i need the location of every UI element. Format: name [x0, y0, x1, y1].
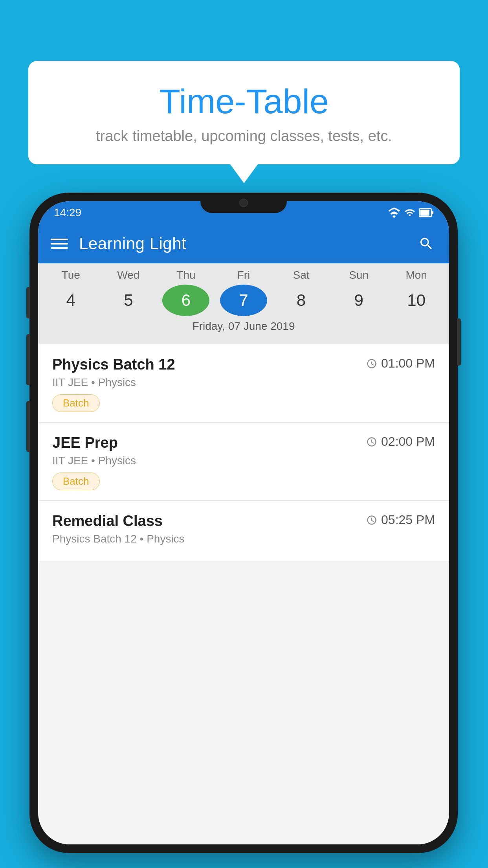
- day-tue: Tue: [47, 269, 94, 281]
- volume-down-button: [26, 334, 30, 385]
- date-5[interactable]: 5: [105, 285, 152, 316]
- power-button: [457, 318, 461, 366]
- clock-icon-1: [366, 358, 377, 369]
- phone-screen: 14:29: [38, 201, 449, 844]
- time-text-2: 02:00 PM: [381, 434, 435, 449]
- silent-button: [26, 401, 30, 452]
- speech-bubble-container: Time-Table track timetable, upcoming cla…: [28, 61, 460, 164]
- wifi-icon: [388, 207, 400, 218]
- schedule-time-3: 05:25 PM: [366, 513, 435, 527]
- day-sun: Sun: [335, 269, 382, 281]
- search-button[interactable]: [416, 234, 437, 254]
- schedule-item-header-2: JEE Prep 02:00 PM: [52, 434, 435, 451]
- schedule-item-jee-prep[interactable]: JEE Prep 02:00 PM IIT JEE • Physics Batc…: [38, 423, 449, 501]
- schedule-item-header-3: Remedial Class 05:25 PM: [52, 513, 435, 530]
- schedule-item-physics-batch[interactable]: Physics Batch 12 01:00 PM IIT JEE • Phys…: [38, 344, 449, 423]
- schedule-item-header-1: Physics Batch 12 01:00 PM: [52, 356, 435, 373]
- day-wed: Wed: [105, 269, 152, 281]
- schedule-item-remedial[interactable]: Remedial Class 05:25 PM Physics Batch 12…: [38, 501, 449, 561]
- date-6-today[interactable]: 6: [162, 285, 209, 316]
- clock-icon-3: [366, 515, 377, 526]
- speech-bubble-subtitle: track timetable, upcoming classes, tests…: [52, 128, 436, 145]
- calendar-strip: Tue Wed Thu Fri Sat Sun Mon 4 5 6 7 8 9 …: [38, 263, 449, 344]
- time-text-1: 01:00 PM: [381, 356, 435, 371]
- day-names-row: Tue Wed Thu Fri Sat Sun Mon: [38, 269, 449, 281]
- day-thu: Thu: [162, 269, 209, 281]
- date-9[interactable]: 9: [335, 285, 382, 316]
- volume-up-button: [26, 287, 30, 318]
- schedule-title-1: Physics Batch 12: [52, 356, 175, 373]
- day-fri: Fri: [220, 269, 267, 281]
- clock-icon-2: [366, 436, 377, 447]
- day-mon: Mon: [393, 269, 440, 281]
- time-text-3: 05:25 PM: [381, 513, 435, 527]
- app-title: Learning Light: [79, 234, 416, 253]
- date-10[interactable]: 10: [393, 285, 440, 316]
- schedule-subtitle-2: IIT JEE • Physics: [52, 454, 435, 467]
- selected-date-label: Friday, 07 June 2019: [38, 320, 449, 337]
- phone-notch: [200, 193, 287, 213]
- status-icons: [388, 207, 433, 218]
- svg-rect-2: [431, 211, 433, 214]
- day-sat: Sat: [278, 269, 325, 281]
- schedule-time-1: 01:00 PM: [366, 356, 435, 371]
- dates-row: 4 5 6 7 8 9 10: [38, 285, 449, 316]
- batch-badge-2: Batch: [52, 473, 100, 490]
- schedule-subtitle-1: IIT JEE • Physics: [52, 376, 435, 389]
- phone-mockup: 14:29: [29, 193, 458, 853]
- schedule-title-2: JEE Prep: [52, 434, 118, 451]
- date-8[interactable]: 8: [278, 285, 325, 316]
- search-icon: [418, 236, 434, 252]
- svg-rect-1: [420, 210, 429, 215]
- schedule-time-2: 02:00 PM: [366, 434, 435, 449]
- speech-bubble: Time-Table track timetable, upcoming cla…: [28, 61, 460, 164]
- schedule-title-3: Remedial Class: [52, 513, 163, 530]
- schedule-subtitle-3: Physics Batch 12 • Physics: [52, 533, 435, 545]
- date-4[interactable]: 4: [47, 285, 94, 316]
- schedule-list: Physics Batch 12 01:00 PM IIT JEE • Phys…: [38, 344, 449, 561]
- phone-body: 14:29: [29, 193, 458, 853]
- battery-icon: [419, 207, 433, 218]
- app-bar: Learning Light: [38, 224, 449, 263]
- hamburger-menu-button[interactable]: [51, 239, 68, 249]
- batch-badge-1: Batch: [52, 394, 100, 412]
- speech-bubble-title: Time-Table: [52, 83, 436, 121]
- status-time: 14:29: [54, 206, 81, 219]
- date-7-selected[interactable]: 7: [220, 285, 267, 316]
- front-camera: [239, 199, 248, 207]
- signal-icon: [404, 207, 415, 218]
